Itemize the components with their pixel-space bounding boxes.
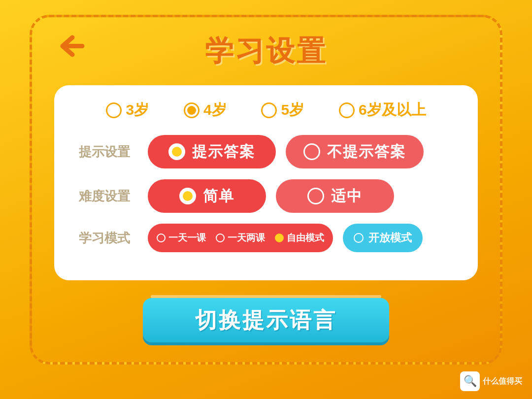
watermark: 🔍 什么值得买 xyxy=(460,371,522,391)
hint-hide-btn[interactable]: 不提示答案 xyxy=(286,135,424,168)
age-option-5[interactable]: 5岁 xyxy=(261,100,304,120)
age-row: 3岁 4岁 5岁 6岁及以上 xyxy=(79,100,453,120)
age-option-4[interactable]: 4岁 xyxy=(184,100,227,120)
mode-two-radio xyxy=(216,233,225,242)
back-button[interactable] xyxy=(54,31,88,61)
mode-free[interactable]: 自由模式 xyxy=(275,232,324,244)
age-option-3[interactable]: 3岁 xyxy=(106,100,149,120)
hint-hide-radio xyxy=(303,143,320,160)
difficulty-medium-radio xyxy=(307,188,324,204)
hint-show-btn[interactable]: 提示答案 xyxy=(148,135,276,168)
watermark-icon: 🔍 xyxy=(460,371,480,391)
open-mode-label: 开放模式 xyxy=(368,231,412,245)
mode-two-label: 一天两课 xyxy=(228,232,265,244)
mode-free-label: 自由模式 xyxy=(287,232,324,244)
difficulty-easy-label: 简单 xyxy=(203,186,234,206)
difficulty-medium-btn[interactable]: 适中 xyxy=(276,179,394,213)
difficulty-easy-btn[interactable]: 简单 xyxy=(148,179,266,213)
difficulty-setting-row: 难度设置 简单 适中 xyxy=(79,179,453,213)
study-mode-label: 学习模式 xyxy=(79,230,138,247)
switch-language-button[interactable]: 切换提示语言 xyxy=(143,298,389,342)
hint-hide-label: 不提示答案 xyxy=(327,142,406,162)
mode-free-radio xyxy=(275,233,284,242)
open-mode-button[interactable]: 开放模式 xyxy=(343,224,423,252)
main-card: 学习设置 3岁 4岁 5岁 6岁及以上 xyxy=(30,15,502,365)
age-radio-3 xyxy=(106,102,122,118)
difficulty-easy-radio xyxy=(179,188,196,204)
hint-show-radio xyxy=(168,143,185,160)
content-panel: 3岁 4岁 5岁 6岁及以上 提示设置 xyxy=(54,85,478,280)
study-mode-pill: 一天一课 一天两课 自由模式 xyxy=(148,224,333,252)
hint-setting-label: 提示设置 xyxy=(79,143,138,161)
mode-one-per-day[interactable]: 一天一课 xyxy=(157,232,206,244)
page-title: 学习设置 xyxy=(205,32,327,70)
mode-one-radio xyxy=(157,233,166,242)
hint-show-label: 提示答案 xyxy=(192,142,255,162)
page-container: 学习设置 3岁 4岁 5岁 6岁及以上 xyxy=(0,0,532,399)
mode-two-per-day[interactable]: 一天两课 xyxy=(216,232,265,244)
age-radio-4 xyxy=(184,102,200,118)
mode-one-label: 一天一课 xyxy=(168,232,206,244)
switch-language-label: 切换提示语言 xyxy=(195,306,337,335)
age-label-6plus: 6岁及以上 xyxy=(359,100,426,120)
open-mode-radio xyxy=(354,233,364,243)
hint-setting-row: 提示设置 提示答案 不提示答案 xyxy=(79,135,453,168)
age-radio-5 xyxy=(261,102,277,118)
age-label-3: 3岁 xyxy=(126,100,149,120)
age-label-4: 4岁 xyxy=(203,100,227,120)
watermark-text: 什么值得买 xyxy=(483,376,522,387)
age-radio-6plus xyxy=(339,102,355,118)
age-option-6plus[interactable]: 6岁及以上 xyxy=(339,100,426,120)
difficulty-medium-label: 适中 xyxy=(331,186,363,206)
difficulty-label: 难度设置 xyxy=(79,188,138,205)
age-label-5: 5岁 xyxy=(281,100,304,120)
study-mode-row: 学习模式 一天一课 一天两课 自由模式 xyxy=(79,224,453,252)
